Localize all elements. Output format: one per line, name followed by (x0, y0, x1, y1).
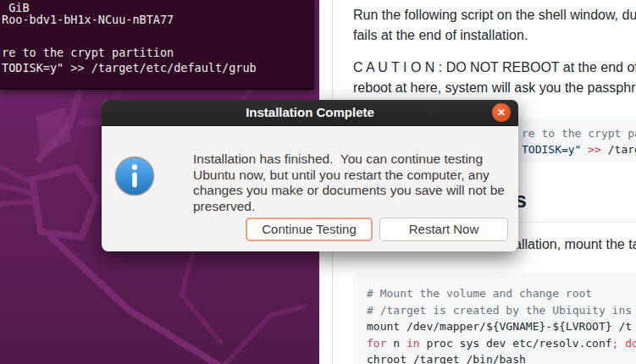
dialog-title: Installation Complete (246, 105, 374, 119)
message-line: Ubuntu now, but until you restart the co… (193, 168, 505, 184)
message-line: preserved. (193, 199, 505, 215)
code-line: TODISK=y" >> /targ (522, 143, 636, 156)
code-line: # Mount the volume and change root (367, 287, 592, 300)
installation-complete-dialog: Installation Complete ✕ Installation has… (102, 100, 518, 251)
terminal-line: Roo-bdv1-bH1x-NCuu-nBTA77 (2, 13, 174, 26)
paragraph-line: fails at the end of installation. (353, 25, 636, 46)
message-line: changes you make or documents you save w… (193, 183, 505, 199)
dialog-titlebar[interactable]: Installation Complete ✕ (102, 100, 518, 126)
paragraph-line: reboot at here, system will ask you the … (353, 78, 636, 98)
close-icon[interactable]: ✕ (492, 103, 511, 122)
code-line: re to the crypt pa (522, 127, 636, 140)
code-line: mount /dev/mapper/${VGNAME}-${LVROOT} /t (367, 320, 632, 333)
code-line: # /target is created by the Ubiquity ins (367, 304, 632, 317)
terminal-line: re to the crypt partition (2, 46, 174, 59)
paragraph-line: Run the following script on the shell wi… (353, 5, 636, 25)
code-block-chroot: # Mount the volume and change root # /ta… (353, 273, 636, 364)
code-line: for n in proc sys dev etc/resolv.conf; d… (367, 337, 636, 350)
terminal-line: TODISK=y" >> /target/etc/default/grub (2, 61, 257, 74)
message-line: Installation has finished. You can conti… (193, 152, 505, 168)
terminal-window: GiB Roo-bdv1-bH1x-NCuu-nBTA77 re to the … (0, 0, 314, 90)
dialog-message: Installation has finished. You can conti… (193, 152, 505, 214)
continue-testing-button[interactable]: Continue Testing (246, 218, 373, 241)
docs-paragraph-1: Run the following script on the shell wi… (353, 5, 636, 45)
docs-paragraph-mount: allation, mount the ta (514, 237, 636, 252)
paragraph-line: C A U T I O N : DO NOT REBOOT at the end… (353, 58, 636, 78)
docs-paragraph-caution: C A U T I O N : DO NOT REBOOT at the end… (353, 58, 636, 97)
restart-now-button[interactable]: Restart Now (379, 218, 508, 241)
screen: GiB Roo-bdv1-bH1x-NCuu-nBTA77 re to the … (0, 0, 636, 364)
info-icon (114, 156, 155, 196)
code-line: chroot /target /bin/bash (367, 353, 526, 364)
